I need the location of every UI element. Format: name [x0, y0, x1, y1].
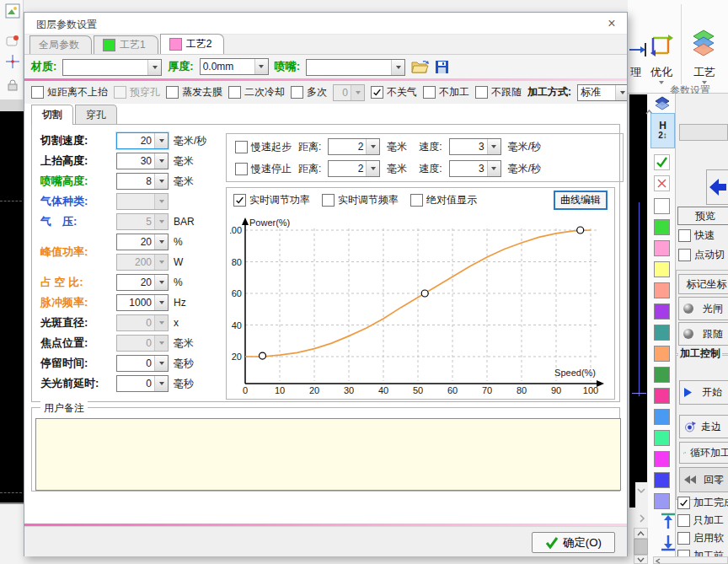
curve-check-1-box[interactable]	[322, 194, 335, 207]
curve-control-point[interactable]	[577, 227, 584, 234]
tab-process-0[interactable]: 全局参数	[29, 35, 92, 54]
param-focus-position-select-dropdown-arrow[interactable]	[154, 336, 168, 351]
option-check-right-2[interactable]: 不跟随	[475, 85, 522, 99]
user-notes-textarea[interactable]	[35, 418, 621, 491]
rp-check-bottom-1-box[interactable]	[677, 514, 690, 527]
layer-color-swatch-11[interactable]	[654, 430, 670, 446]
slow-stop-check-box[interactable]	[235, 163, 248, 175]
option-check-left-3[interactable]: 二次冷却	[228, 85, 285, 99]
layer-color-swatch-8[interactable]	[654, 367, 670, 383]
start-button[interactable]: 开始	[679, 380, 728, 405]
rp-check-top-0[interactable]: 快速	[678, 228, 725, 243]
rp-check-bottom-0-box[interactable]	[677, 497, 690, 509]
subtab-1[interactable]: 穿孔	[75, 105, 117, 125]
param-peak-power-select-1-dropdown-arrow[interactable]	[154, 255, 168, 270]
slow-start-dist-select[interactable]: 2	[328, 138, 380, 155]
curve-check-2-box[interactable]	[410, 194, 423, 207]
craft-layers-icon[interactable]	[688, 29, 719, 57]
layer-visible-check-icon[interactable]	[654, 154, 670, 170]
vscroll-thumb[interactable]	[634, 539, 648, 555]
picture-icon[interactable]	[5, 3, 20, 19]
sort-layers-icon[interactable]: H 2↕	[650, 113, 675, 148]
param-laseroff-delay-select[interactable]: 0	[116, 375, 169, 392]
layer-color-swatch-13[interactable]	[654, 472, 670, 488]
subtab-0[interactable]: 切割	[31, 105, 73, 125]
option-check-left-2-box[interactable]	[166, 86, 179, 99]
option-check-left-2[interactable]: 蒸发去膜	[166, 85, 222, 99]
snap-tool-icon[interactable]	[5, 34, 20, 49]
slow-stop-dist-select-dropdown-arrow[interactable]	[366, 161, 379, 176]
rp-check-top-0-box[interactable]	[678, 229, 691, 242]
layer-color-swatch-1[interactable]	[654, 219, 670, 235]
follow-button[interactable]: 跟随	[678, 322, 728, 346]
param-cut-speed-select-dropdown-arrow[interactable]	[154, 133, 168, 148]
param-gas-pressure-select-dropdown-arrow[interactable]	[154, 214, 168, 229]
rp-check-bottom-0[interactable]: 加工完成	[677, 496, 728, 510]
tab-process-2[interactable]: 工艺2	[160, 34, 225, 54]
param-peak-power-select-0-dropdown-arrow[interactable]	[154, 234, 168, 250]
dimension-tool-icon[interactable]	[629, 40, 647, 59]
mark-coords-button[interactable]: 标记坐标	[678, 274, 728, 294]
process-mode-select-dropdown-arrow[interactable]	[615, 85, 627, 100]
dialog-titlebar[interactable]: 图层参数设置 ×	[24, 13, 627, 35]
option-check-left-1[interactable]: 预穿孔	[114, 85, 160, 99]
strip-scroll-down-icon[interactable]	[636, 486, 646, 496]
param-duty-cycle-select-dropdown-arrow[interactable]	[154, 275, 168, 290]
param-cut-speed-select[interactable]: 20	[116, 132, 169, 149]
rp-check-top-1-box[interactable]	[678, 249, 691, 261]
param-lift-height-select[interactable]: 30	[116, 153, 169, 169]
layer-color-swatch-2[interactable]	[654, 240, 670, 256]
slow-stop-speed-select[interactable]: 3	[449, 160, 501, 177]
param-focus-position-select[interactable]: 0	[116, 335, 169, 352]
slow-start-dist-select-dropdown-arrow[interactable]	[366, 139, 379, 154]
curve-check-1[interactable]: 实时调节频率	[322, 193, 399, 207]
layer-color-swatch-5[interactable]	[654, 303, 670, 320]
param-gas-type-select-dropdown-arrow[interactable]	[154, 194, 168, 209]
rp-check-bottom-2-box[interactable]	[677, 532, 690, 545]
layer-color-swatch-6[interactable]	[654, 325, 670, 341]
option-check-right-0[interactable]: 不关气	[371, 85, 417, 99]
option-check-right-1-box[interactable]	[423, 86, 436, 99]
param-spot-diameter-select-dropdown-arrow[interactable]	[154, 315, 168, 330]
slow-start-speed-select-dropdown-arrow[interactable]	[487, 139, 500, 154]
param-lift-height-select-dropdown-arrow[interactable]	[154, 153, 168, 169]
process-mode-select[interactable]: 标准	[577, 84, 627, 101]
param-dwell-time-select-dropdown-arrow[interactable]	[154, 356, 168, 371]
rp-check-bottom-2[interactable]: 启用软	[677, 531, 728, 545]
strip-expand-icon[interactable]	[637, 513, 647, 524]
param-peak-power-select-0[interactable]: 20	[116, 234, 169, 250]
nozzle-select[interactable]	[306, 59, 405, 76]
param-laseroff-delay-select-dropdown-arrow[interactable]	[154, 376, 168, 391]
open-folder-icon[interactable]	[411, 59, 429, 74]
layer-color-swatch-7[interactable]	[654, 346, 670, 362]
layer-color-swatch-12[interactable]	[654, 451, 670, 467]
curve-check-0-box[interactable]	[233, 194, 246, 207]
curve-edit-button[interactable]: 曲线编辑	[554, 191, 608, 210]
layer-color-swatch-14[interactable]	[654, 493, 670, 509]
layer-color-swatch-4[interactable]	[654, 282, 670, 298]
slow-stop-speed-select-dropdown-arrow[interactable]	[487, 161, 500, 176]
layer-color-swatch-10[interactable]	[654, 409, 670, 425]
material-select[interactable]	[62, 59, 162, 76]
ok-button[interactable]: 确定(O)	[532, 532, 615, 553]
option-check-right-0-box[interactable]	[371, 86, 383, 99]
drawing-canvas-left[interactable]	[0, 111, 24, 502]
curve-control-point[interactable]	[421, 290, 428, 297]
times-count-select-dropdown-arrow[interactable]	[351, 85, 364, 100]
move-layer-top-icon[interactable]	[660, 511, 677, 531]
param-peak-power-select-1[interactable]: 200	[116, 254, 169, 271]
thickness-select-dropdown-arrow[interactable]	[254, 59, 268, 74]
lock-icon[interactable]	[5, 78, 20, 93]
param-duty-cycle-select[interactable]: 20	[116, 274, 169, 291]
layer-color-swatch-3[interactable]	[654, 261, 670, 277]
rp-check-top-1[interactable]: 点动切	[678, 248, 725, 262]
slow-stop-dist-select[interactable]: 2	[328, 160, 380, 177]
walk-edge-button[interactable]: 走边	[679, 415, 728, 438]
param-pulse-frequency-select[interactable]: 1000	[116, 294, 169, 311]
layers-stack-icon[interactable]	[653, 95, 672, 110]
close-icon[interactable]: ×	[600, 14, 624, 32]
param-pulse-frequency-select-dropdown-arrow[interactable]	[154, 295, 168, 310]
back-arrow-button[interactable]	[706, 169, 728, 205]
slow-stop-check[interactable]: 慢速停止	[235, 162, 292, 176]
curve-check-0[interactable]: 实时调节功率	[233, 193, 310, 207]
